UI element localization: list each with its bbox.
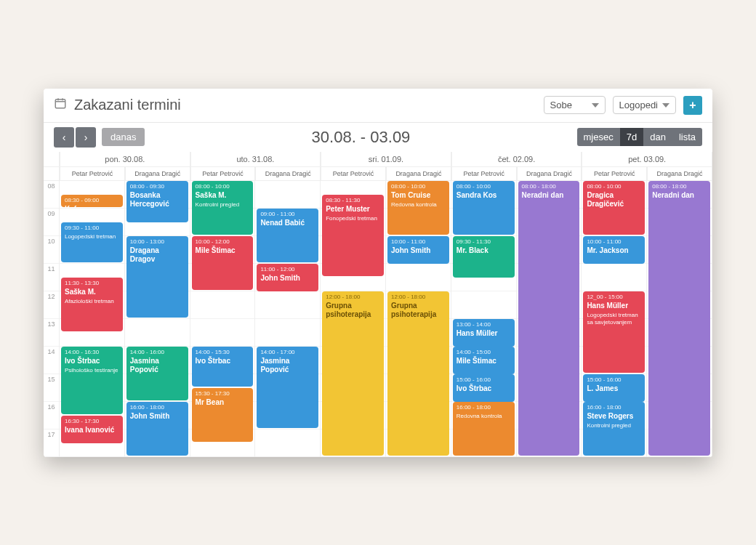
add-button[interactable]: +	[683, 96, 702, 115]
slot-col[interactable]: 08:00 - 18:00Neradni dan	[517, 181, 582, 457]
event-time: 14:00 - 17:00	[260, 349, 315, 356]
event-title: John Smith	[391, 246, 446, 256]
prev-button[interactable]: ‹	[54, 127, 74, 148]
rooms-dropdown[interactable]: Sobe	[544, 96, 606, 114]
person-header: Petar Petrović	[60, 167, 125, 181]
slot-col[interactable]: 08:00 - 10:00Sandra Kos09:30 - 11:30Mr. …	[451, 181, 517, 457]
today-button[interactable]: danas	[102, 128, 145, 146]
event[interactable]: 08:00 - 18:00Neradni dan	[648, 181, 710, 456]
event[interactable]: 14:00 - 15:30Ivo Štrbac	[192, 347, 254, 387]
event-title: Saška M.	[196, 191, 250, 201]
person-header: Dragana Dragić	[125, 167, 190, 181]
event-time: 14:00 - 16:00	[130, 349, 185, 356]
event[interactable]: 12:00 - 18:00Grupna psihoterapija	[387, 291, 449, 456]
slot-col[interactable]: 08:00 - 09:30Bosanka Hercegović10:00 - 1…	[125, 181, 190, 457]
toolbar: ‹ › danas 30.08. - 03.09 mjesec 7d dan l…	[44, 123, 712, 152]
event[interactable]: 16:00 - 18:00Steve RogersKontrolni pregl…	[583, 402, 645, 456]
event-title: Mr Bean	[196, 398, 250, 408]
event[interactable]: 15:00 - 16:00L. James	[583, 374, 645, 402]
event-title: Ivana Ivanović	[65, 426, 119, 435]
event[interactable]: 09:00 - 11:00Nenad Babić	[257, 209, 318, 262]
event-time: 08:00 - 09:30	[130, 183, 185, 190]
view-day[interactable]: dan	[643, 128, 672, 146]
event[interactable]: 10:00 - 12:00Mile Štimac	[192, 236, 254, 290]
event-desc: Kontrolni pregled	[587, 422, 641, 429]
slot-col[interactable]: 08:30 - 09:00Kafa09:30 - 11:00Logopedski…	[60, 181, 125, 457]
event-time: 15:00 - 16:00	[457, 376, 511, 384]
event-time: 12:00 - 18:00	[391, 294, 446, 301]
calendar-icon	[54, 97, 67, 113]
event-time: 12_00 - 15:00	[587, 294, 641, 301]
event-time: 09:30 - 11:00	[65, 225, 119, 232]
event[interactable]: 08:30 - 11:30Peter MusterFonopedski tret…	[322, 195, 384, 276]
page-title: Zakazani termini	[54, 97, 181, 113]
event[interactable]: 09:30 - 11:00Logopedski tretman	[61, 222, 123, 262]
event-title: Nenad Babić	[260, 219, 315, 228]
view-week[interactable]: 7d	[620, 128, 643, 146]
event[interactable]: 14:00 - 17:00Jasmina Popović	[257, 347, 318, 428]
person-header: Dragana Dragić	[255, 167, 321, 181]
day-header: uto. 31.08.	[190, 152, 321, 167]
event[interactable]: 08:30 - 09:00Kafa	[61, 195, 123, 207]
event-desc: Afaziološki tretman	[65, 298, 119, 305]
event-title: Peter Muster	[326, 205, 380, 214]
event-time: 08:00 - 10:00	[587, 183, 641, 190]
event[interactable]: 08:00 - 18:00Neradni dan	[518, 181, 580, 456]
event-time: 08:00 - 10:00	[196, 183, 250, 190]
event-time: 11:00 - 12:00	[260, 266, 315, 273]
event[interactable]: 16:30 - 17:30Ivana Ivanović	[61, 416, 123, 443]
event-title: Grupna psihoterapija	[391, 302, 446, 320]
event[interactable]: 14:00 - 16:30Ivo ŠtrbacPsihološko testir…	[61, 347, 123, 414]
event-title: Mile Štimac	[196, 246, 250, 256]
event-title: Jasmina Popović	[130, 357, 185, 375]
slot-col[interactable]: 08:30 - 11:30Peter MusterFonopedski tret…	[321, 181, 386, 457]
event[interactable]: 11:30 - 13:30Saška M.Afaziološki tretman	[61, 278, 123, 331]
hour-column: 08091011121314151617	[44, 181, 60, 457]
event[interactable]: 14:00 - 16:00Jasmina Popović	[126, 347, 188, 400]
event[interactable]: 10:00 - 13:00Dragana Dragov	[126, 236, 188, 318]
event[interactable]: 10:00 - 11:00Mr. Jackson	[583, 236, 645, 264]
event-title: Mr. Black	[457, 246, 511, 256]
event-time: 16:30 - 17:30	[65, 418, 119, 425]
event-time: 13:00 - 14:00	[457, 321, 511, 328]
event[interactable]: 09:30 - 11:30Mr. Black	[453, 236, 515, 278]
slot-col[interactable]: 08:00 - 18:00Neradni dan	[647, 181, 712, 457]
event-desc: Logopedski tretman sa savjetovanjem	[587, 312, 641, 326]
hour-label: 16	[44, 402, 59, 429]
event[interactable]: 13:00 - 14:00Hans Müller	[453, 319, 515, 347]
event[interactable]: 15:00 - 16:00Ivo Štrbac	[453, 374, 515, 402]
hour-label: 08	[44, 181, 59, 209]
event-time: 16:00 - 18:00	[457, 404, 511, 411]
event[interactable]: 08:00 - 10:00Tom CruiseRedovna kontrola	[387, 181, 449, 235]
event[interactable]: 10:00 - 11:00John Smith	[387, 236, 449, 264]
event[interactable]: 14:00 - 15:00Mile Štimac	[453, 347, 515, 374]
event[interactable]: 12:00 - 18:00Grupna psihoterapija	[322, 291, 384, 456]
view-switcher: mjesec 7d dan lista	[577, 128, 702, 146]
event[interactable]: 16:00 - 18:00Redovna kontrola	[453, 402, 515, 456]
event-title: Sandra Kos	[457, 191, 511, 201]
slot-col[interactable]: 08:00 - 10:00Saška M.Kontrolni pregled10…	[190, 181, 256, 457]
event-time: 10:00 - 11:00	[587, 238, 641, 246]
next-button[interactable]: ›	[76, 127, 96, 148]
event[interactable]: 15:30 - 17:30Mr Bean	[192, 388, 254, 442]
event[interactable]: 16:00 - 18:00John Smith	[126, 402, 188, 456]
view-month[interactable]: mjesec	[577, 128, 620, 146]
event[interactable]: 08:00 - 10:00Sandra Kos	[453, 181, 515, 235]
event[interactable]: 08:00 - 10:00Dragica Dragičević	[583, 181, 645, 235]
event-time: 08:30 - 11:30	[326, 197, 380, 204]
event[interactable]: 12_00 - 15:00Hans MüllerLogopedski tretm…	[583, 291, 645, 373]
day-header: pet. 03.09.	[582, 152, 712, 167]
event[interactable]: 08:00 - 09:30Bosanka Hercegović	[126, 181, 188, 222]
event-title: Ivo Štrbac	[65, 357, 119, 366]
event-desc: Fonopedski tretman	[326, 215, 380, 222]
view-list[interactable]: lista	[672, 128, 702, 146]
slot-col[interactable]: 09:00 - 11:00Nenad Babić11:00 - 12:00Joh…	[255, 181, 321, 457]
chevron-down-icon	[662, 103, 669, 108]
person-header: Petar Petrović	[451, 167, 517, 181]
slot-col[interactable]: 08:00 - 10:00Dragica Dragičević10:00 - 1…	[582, 181, 647, 457]
event[interactable]: 11:00 - 12:00John Smith	[257, 264, 318, 291]
event[interactable]: 08:00 - 10:00Saška M.Kontrolni pregled	[192, 181, 254, 235]
event-time: 14:00 - 15:30	[196, 349, 250, 356]
slot-col[interactable]: 08:00 - 10:00Tom CruiseRedovna kontrola1…	[386, 181, 451, 457]
therapists-dropdown[interactable]: Logopedi	[613, 96, 677, 114]
